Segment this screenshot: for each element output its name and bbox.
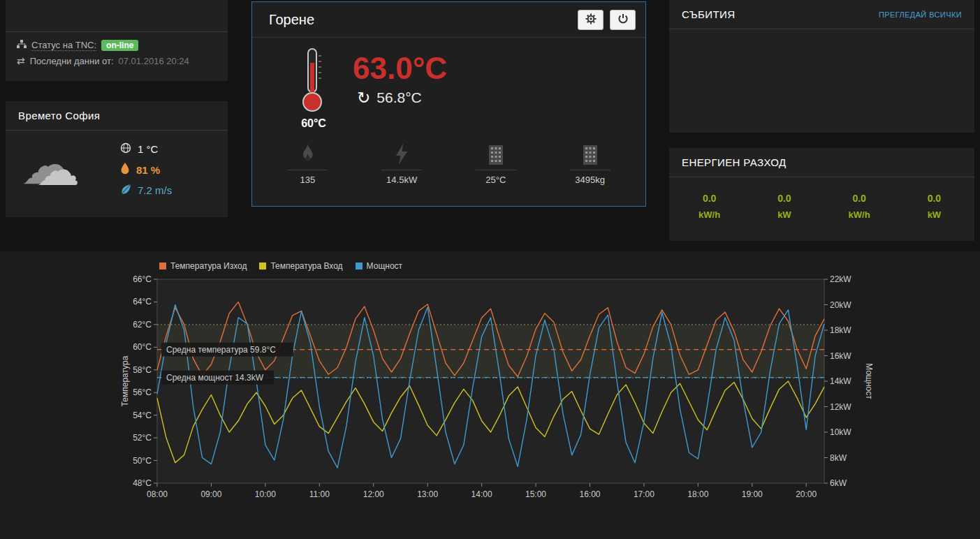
bolt-icon [355,142,449,165]
legend-item[interactable]: Температура Изход [159,261,247,271]
building-fuel-icon [543,142,637,165]
refresh-icon: ↻ [357,90,370,106]
left-axis-tick-label: 64°C [133,297,152,307]
stat-divider [381,170,422,170]
stat-divider [287,170,328,170]
power-icon [617,13,629,27]
right-axis-tick-label: 14kW [830,376,851,386]
last-data-label: Последни данни от: [30,56,114,66]
status-panel-header [6,0,228,32]
events-panel: СЪБИТИЯ ПРЕГЛЕДАЙ ВСИЧКИ [669,0,974,133]
right-axis-title: Мощност [864,363,874,399]
heating-dashboard: { "colors": { "accent_border": "#2e6da4"… [0,0,980,539]
events-panel-title: СЪБИТИЯ [682,8,735,20]
left-axis-title: Температура [120,355,130,406]
legend-swatch [259,263,266,270]
last-data-value: 07.01.2016 20:24 [119,56,189,66]
gear-icon [585,13,597,27]
chart-panel: Температура ИзходТемпература ВходМощност… [0,251,980,539]
energy-value-1: 0.0 kW/h [672,193,747,220]
weather-readings: 1 °C 81 % 7.2 m/s [108,139,222,200]
right-axis-tick-label: 22kW [830,274,851,284]
burning-panel-title: Горене [269,12,314,28]
energy-panel: ЕНЕРГИЕН РАЗХОД 0.0 kW/h 0.0 kW 0.0 kW/h… [669,148,974,241]
burning-header-buttons [571,10,636,30]
x-axis-tick-label: 15:00 [525,489,546,499]
left-axis-tick-label: 66°C [133,274,152,284]
stat-power-value: 14.5kW [355,175,449,185]
target-temp-value: 60°C [286,117,342,130]
right-axis-tick-label: 18kW [830,325,851,335]
tnc-status-row: Статус на TNC: on-line [6,38,228,53]
thermometer-block: 60°C [286,47,342,130]
weather-wind-row: 7.2 m/s [120,180,222,200]
burning-panel-header: Горене [252,2,645,38]
weather-panel-body: ☁ ☁ 1 °C 81 % [6,131,228,209]
events-panel-header: СЪБИТИЯ ПРЕГЛЕДАЙ ВСИЧКИ [669,0,974,29]
right-axis-tick-label: 20kW [830,300,851,310]
legend-item[interactable]: Температура Вход [259,261,342,271]
legend-swatch [356,263,363,270]
x-axis-tick-label: 09:00 [200,489,221,499]
energy-value-4: 0.0 kW [897,193,972,220]
stat-divider [570,170,610,170]
energy-value-2: 0.0 kW [747,193,821,220]
left-axis-tick-label: 52°C [133,433,152,443]
tnc-status-label: Статус на TNC: [31,40,96,51]
stat-fuel: 3495kg [543,142,637,185]
energy-unit: kW [897,209,972,220]
stat-fuel-value: 3495kg [543,175,637,185]
left-axis-tick-label: 50°C [133,456,152,466]
x-axis-tick-label: 17:00 [634,489,654,499]
x-axis-tick-label: 08:00 [147,489,168,499]
x-axis-tick-label: 20:00 [796,489,817,499]
right-axis-tick-label: 10kW [830,427,851,437]
left-axis-tick-label: 60°C [133,342,152,352]
x-axis-tick-label: 19:00 [742,489,763,499]
energy-value-3: 0.0 kW/h [822,193,897,220]
burning-main: 60°C 63.0°C ↻ 56.8°C [252,38,645,130]
avg-temp-label: Средна температура 59.8°C [166,345,276,355]
power-button[interactable] [610,10,636,30]
weather-humidity-value: 81 % [136,164,160,176]
stat-room-temp: 25°C [449,142,543,185]
weather-wind-value: 7.2 m/s [138,184,172,196]
stat-divider [476,170,516,170]
x-axis-tick-label: 16:00 [579,489,600,499]
left-axis-tick-label: 58°C [133,365,152,375]
stat-flame: 135 [261,142,355,185]
stat-flame-value: 135 [261,175,355,185]
weather-humidity-row: 81 % [120,159,222,180]
x-axis-tick-label: 14:00 [471,489,492,499]
x-axis-tick-label: 13:00 [417,489,438,499]
globe-icon [120,142,131,156]
weather-panel-header: Времето София [6,101,228,131]
right-axis-tick-label: 12kW [830,402,851,412]
view-all-events-link[interactable]: ПРЕГЛЕДАЙ ВСИЧКИ [879,10,962,19]
left-axis-tick-label: 56°C [133,387,152,397]
left-axis-tick-label: 54°C [133,411,152,420]
legend-item[interactable]: Мощност [356,261,402,271]
weather-temperature-row: 1 °C [120,139,222,159]
legend-label: Температура Вход [270,261,342,271]
energy-panel-body: 0.0 kW/h 0.0 kW 0.0 kW/h 0.0 kW [669,177,974,220]
right-axis-tick-label: 16kW [830,351,851,361]
left-axis-tick-label: 48°C [133,478,152,488]
right-axis-tick-label: 6kW [830,478,847,488]
current-temp-value: 63.0°C [353,53,447,84]
thermometer-icon [300,103,328,115]
energy-value: 0.0 [822,193,897,204]
burning-panel: Горене [251,1,646,207]
temperature-readouts: 63.0°C ↻ 56.8°C [342,47,447,130]
left-axis-tick-label: 62°C [133,320,152,330]
tnc-status-badge: on-line [101,40,138,51]
x-axis-tick-label: 18:00 [687,489,708,499]
status-panel-body: Статус на TNC: on-line ⇄ Последни данни … [6,32,228,71]
energy-panel-header: ЕНЕРГИЕН РАЗХОД [669,148,974,177]
stat-power: 14.5kW [355,142,449,185]
leaf-icon [120,184,131,197]
x-axis-tick-label: 12:00 [363,489,384,499]
energy-panel-title: ЕНЕРГИЕН РАЗХОД [682,156,787,168]
building-temp-icon [449,142,543,165]
settings-button[interactable] [578,10,604,30]
